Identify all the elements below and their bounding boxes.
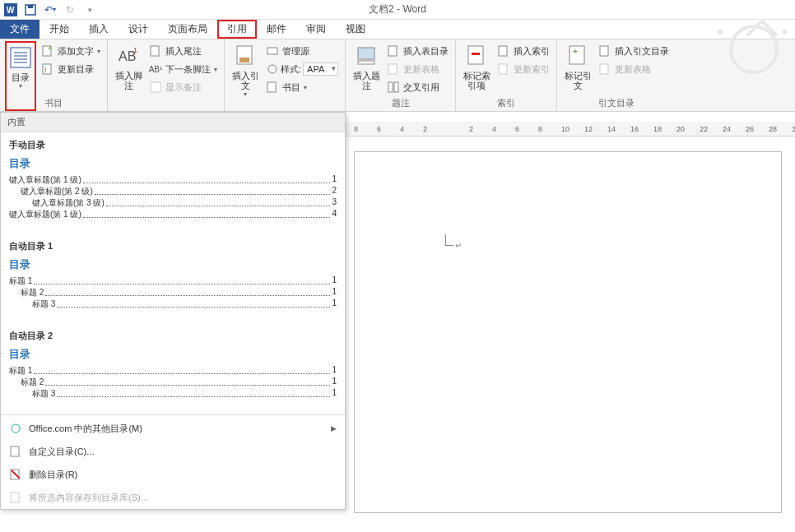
update-table-icon (387, 62, 400, 76)
page-canvas[interactable]: ↵ (354, 151, 782, 513)
tab-insert[interactable]: 插入 (79, 20, 119, 39)
ruler-tick: 4 (400, 125, 404, 133)
svg-text:+: + (573, 47, 578, 56)
ruler-tick: 8 (538, 125, 542, 133)
toc-preview-line: 键入章标题(第 1 级)1 (9, 174, 337, 186)
endnote-icon (149, 44, 162, 58)
toc-preview-line: 标题 31 (9, 388, 337, 400)
qat-customize-icon[interactable]: ▾ (82, 2, 97, 17)
tab-review[interactable]: 审阅 (296, 20, 336, 39)
update-index-icon (497, 62, 510, 76)
citation-style-row[interactable]: 样式: APA (264, 61, 340, 77)
ruler-tick: 8 (354, 125, 358, 133)
style-icon (266, 62, 279, 76)
group-captions: 插入题注 插入表目录 更新表格 交叉引用 题注 (346, 39, 456, 111)
insert-index-button[interactable]: 插入索引 (495, 43, 551, 59)
ruler-tick: 6 (377, 125, 381, 133)
undo-icon[interactable]: ↶ ▾ (43, 2, 58, 17)
group-label: 引文目录 (557, 97, 676, 109)
more-from-office-button[interactable]: Office.com 中的其他目录(M) ▶ (1, 417, 345, 440)
insert-endnote-button[interactable]: 插入尾注 (147, 43, 219, 59)
ruler-tick: 6 (515, 125, 519, 133)
insert-toa-button[interactable]: 插入引文目录 (597, 43, 671, 59)
toc-preview-line: 标题 11 (9, 365, 337, 377)
tab-design[interactable]: 设计 (119, 20, 158, 39)
svg-rect-31 (499, 64, 507, 74)
mark-citation-icon: + (565, 43, 591, 69)
title-bar: W ↶ ▾ ↻ ▾ 文档2 - Word (0, 0, 795, 20)
ruler-tick: 14 (607, 125, 616, 133)
toc-gallery-item[interactable]: 自动目录 2目录标题 11标题 21标题 31 (1, 323, 345, 413)
crossref-button[interactable]: 交叉引用 (385, 79, 450, 95)
svg-text:!: ! (44, 66, 47, 74)
quick-access-toolbar: W ↶ ▾ ↻ ▾ (0, 2, 97, 17)
update-toc-button[interactable]: ! 更新目录 (40, 61, 102, 77)
toc-preview-line: 标题 11 (9, 275, 337, 287)
svg-rect-18 (239, 58, 249, 62)
update-toa-icon (598, 62, 611, 76)
next-footnote-icon: AB¹ (149, 62, 162, 76)
remove-toc-button[interactable]: 删除目录(R) (1, 463, 345, 486)
next-footnote-button[interactable]: AB¹ 下一条脚注▾ (147, 61, 219, 77)
toc-preview: 目录标题 11标题 21标题 31 (9, 347, 337, 400)
svg-rect-21 (267, 82, 276, 92)
svg-rect-23 (358, 61, 374, 64)
ruler-tick: 16 (630, 125, 639, 133)
tab-home[interactable]: 开始 (40, 20, 79, 39)
watermark-dot (782, 30, 787, 35)
svg-rect-25 (388, 64, 397, 74)
svg-text:1: 1 (133, 46, 137, 54)
ruler-tick: 28 (769, 125, 777, 133)
svg-point-36 (12, 424, 20, 433)
svg-rect-40 (11, 493, 19, 502)
gallery-item-title: 自动目录 1 (9, 240, 337, 252)
toc-preview-line: 键入章标题(第 1 级)4 (9, 209, 337, 220)
toc-icon (7, 44, 34, 71)
toc-preview-line: 标题 21 (9, 377, 337, 388)
tab-mailings[interactable]: 邮件 (257, 20, 296, 39)
tab-references[interactable]: 引用 (217, 20, 257, 39)
text-cursor-icon (445, 234, 453, 246)
svg-rect-22 (358, 48, 374, 59)
globe-icon (9, 422, 22, 435)
dropdown-arrow-icon: ▾ (19, 82, 22, 90)
show-notes-button: 显示备注 (147, 79, 219, 95)
group-citations: 插入引文 ▾ 管理源 样式: APA 书目▾ (225, 39, 346, 111)
ribbon: 目录 ▾ + 添加文字▾ ! 更新目录 书目 AB1 插入脚注 (0, 39, 795, 112)
update-table-button: 更新表格 (385, 61, 450, 77)
toc-preview-heading: 目录 (9, 257, 337, 272)
save-selection-button: 将所选内容保存到目录库(S)... (1, 486, 345, 509)
ruler-tick: 22 (700, 125, 708, 133)
dropdown-arrow-icon: ▾ (244, 90, 247, 98)
mark-index-icon (463, 43, 490, 69)
horizontal-ruler[interactable]: 86422468101214161820222426283 (346, 122, 795, 136)
style-select[interactable]: APA (303, 62, 338, 76)
ruler-tick: 2 (423, 125, 427, 133)
toc-preview: 目录标题 11标题 21标题 31 (9, 257, 337, 310)
svg-rect-35 (600, 64, 608, 74)
toc-gallery-item[interactable]: 手动目录目录键入章标题(第 1 级)1键入章标题(第 2 级)2键入章标题(第 … (1, 132, 345, 234)
tab-layout[interactable]: 页面布局 (158, 20, 217, 39)
watermark-icon (729, 25, 779, 74)
svg-rect-4 (11, 48, 30, 67)
redo-icon[interactable]: ↻ (63, 2, 77, 17)
add-text-button[interactable]: + 添加文字▾ (40, 43, 102, 59)
crossref-icon (387, 81, 400, 94)
insert-citation-button[interactable]: 插入引文 ▾ (230, 41, 261, 111)
manage-sources-button[interactable]: 管理源 (264, 43, 340, 59)
group-index: 标记索引项 插入索引 更新索引 索引 (456, 39, 557, 111)
tab-view[interactable]: 视图 (336, 20, 375, 39)
insert-tof-button[interactable]: 插入表目录 (385, 43, 450, 59)
citation-icon (232, 43, 258, 69)
toc-gallery-item[interactable]: 自动目录 1目录标题 11标题 21标题 31 (1, 234, 345, 323)
toc-dropdown: 内置 手动目录目录键入章标题(第 1 级)1键入章标题(第 2 级)2键入章标题… (0, 112, 346, 510)
insert-footnote-button[interactable]: AB1 插入脚注 (113, 41, 144, 111)
toc-preview-line: 键入章标题(第 2 级)2 (9, 186, 337, 197)
dropdown-header: 内置 (1, 113, 345, 132)
tab-file[interactable]: 文件 (0, 20, 40, 39)
bibliography-button[interactable]: 书目▾ (264, 79, 340, 95)
save-icon[interactable] (23, 2, 38, 17)
toc-preview-line: 标题 31 (9, 298, 337, 310)
custom-toc-button[interactable]: 自定义目录(C)... (1, 440, 345, 463)
footnote-label: 插入脚注 (113, 71, 144, 90)
